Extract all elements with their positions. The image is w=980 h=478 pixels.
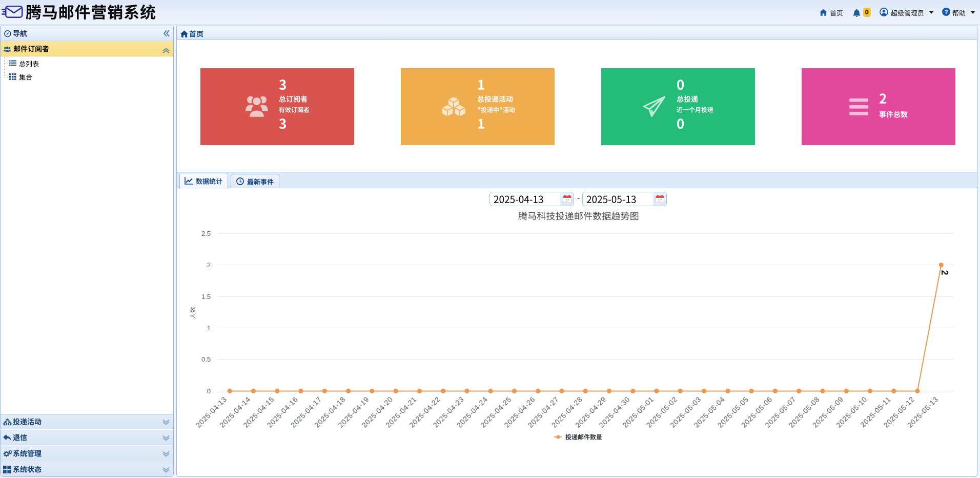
svg-text:0: 0	[207, 387, 211, 395]
svg-text:2.5: 2.5	[201, 230, 211, 237]
svg-text:2: 2	[940, 270, 950, 275]
svg-text:1: 1	[207, 324, 211, 332]
svg-text:?: ?	[945, 9, 948, 15]
svg-text:0.5: 0.5	[201, 355, 211, 363]
svg-text:1.5: 1.5	[201, 293, 211, 301]
svg-text:17: 17	[565, 198, 569, 202]
svg-text:17: 17	[658, 198, 662, 202]
svg-text:2: 2	[207, 261, 211, 269]
